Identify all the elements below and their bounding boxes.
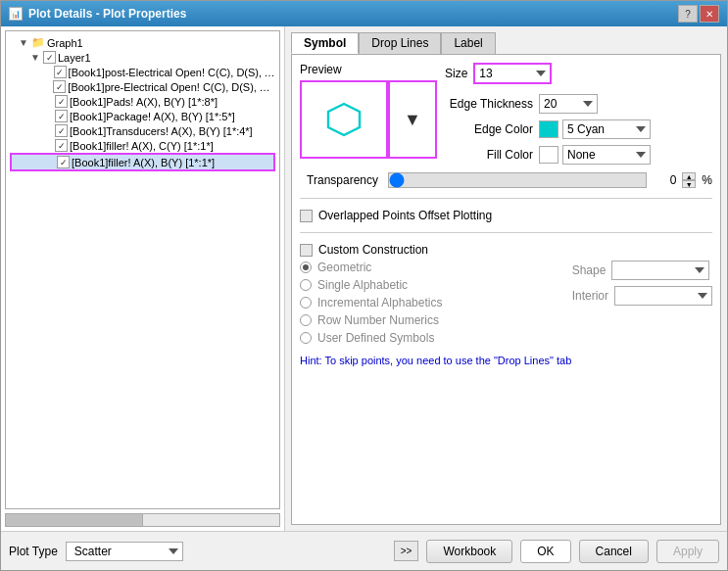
- preview-label: Preview: [300, 63, 437, 76]
- plot-type-select[interactable]: Scatter: [66, 542, 183, 561]
- edge-color-label: Edge Color: [445, 122, 533, 136]
- ok-button[interactable]: OK: [520, 540, 570, 563]
- fill-color-swatch: [539, 146, 558, 164]
- list-item[interactable]: [Book1]post-Electrical Open! C(C), D(S),…: [10, 65, 275, 79]
- close-button[interactable]: ✕: [700, 5, 719, 23]
- transparency-spinner[interactable]: ▲ ▼: [682, 172, 696, 188]
- radio-single-alpha[interactable]: Single Alphabetic: [300, 278, 442, 292]
- tree-area[interactable]: ▼ 📁 Graph1 ▼ Layer1 [Book1]post-Electric…: [5, 30, 280, 509]
- separator: [300, 198, 712, 199]
- shape-label: Shape: [572, 263, 607, 277]
- custom-construction-checkbox[interactable]: [300, 244, 313, 257]
- overlap-label: Overlapped Points Offset Plotting: [318, 209, 492, 222]
- item-label: [Book1]Pads! A(X), B(Y) [1*:8*]: [70, 96, 218, 108]
- title-bar: 📊 Plot Details - Plot Properties ? ✕: [1, 1, 727, 26]
- item-checkbox[interactable]: [55, 110, 68, 122]
- user-defined-label: User Defined Symbols: [317, 331, 434, 345]
- list-item[interactable]: [Book1]Package! A(X), B(Y) [1*:5*]: [10, 109, 275, 123]
- construction-section: Custom Construction Geometric Single Alp: [300, 243, 712, 345]
- construction-header: Custom Construction: [300, 243, 712, 257]
- main-content: ▼ 📁 Graph1 ▼ Layer1 [Book1]post-Electric…: [1, 26, 727, 531]
- left-panel: ▼ 📁 Graph1 ▼ Layer1 [Book1]post-Electric…: [1, 26, 285, 531]
- window-bottom: Plot Type Scatter >> Workbook OK Cancel …: [1, 531, 727, 570]
- right-controls: Size 13 Edge Thickness 20: [445, 63, 712, 165]
- transparency-slider[interactable]: [388, 172, 647, 188]
- fill-color-select[interactable]: None: [562, 145, 651, 165]
- shape-select[interactable]: [611, 261, 709, 280]
- transparency-value: 0: [656, 173, 676, 187]
- hex-preview: [324, 100, 364, 139]
- size-row: Size 13: [445, 63, 712, 84]
- interior-row: Interior: [572, 286, 712, 306]
- tab-symbol[interactable]: Symbol: [291, 32, 359, 54]
- tree-layer[interactable]: ▼ Layer1: [10, 50, 275, 65]
- window-icon: 📊: [9, 7, 23, 21]
- item-checkbox[interactable]: [55, 139, 68, 152]
- symbol-selector[interactable]: ▼: [388, 80, 437, 159]
- shape-row: Shape: [572, 261, 712, 280]
- incremental-alpha-radio[interactable]: [300, 297, 312, 309]
- size-label: Size: [445, 67, 467, 80]
- spin-up-button[interactable]: ▲: [682, 172, 696, 180]
- hint-text: Hint: To skip points, you need to use th…: [300, 355, 712, 366]
- folder-icon: 📁: [31, 36, 45, 49]
- right-panel: Symbol Drop Lines Label Preview: [285, 26, 727, 531]
- item-label: [Book1]Package! A(X), B(Y) [1*:5*]: [70, 111, 235, 122]
- item-label: [Book1]filler! A(X), B(Y) [1*:1*]: [72, 157, 215, 168]
- window-title: Plot Details - Plot Properties: [28, 7, 186, 21]
- spin-down-button[interactable]: ▼: [682, 180, 696, 188]
- tab-content-symbol: Preview ▼: [291, 54, 721, 525]
- edge-color-select[interactable]: 5 Cyan: [562, 119, 651, 139]
- item-label: [Book1]filler! A(X), C(Y) [1*:1*]: [70, 140, 214, 152]
- radio-incremental-alpha[interactable]: Incremental Alphabetics: [300, 296, 442, 309]
- user-defined-radio[interactable]: [300, 332, 312, 344]
- scrollbar-thumb[interactable]: [6, 514, 143, 526]
- radio-geometric[interactable]: Geometric: [300, 261, 442, 274]
- geometric-radio[interactable]: [300, 262, 312, 273]
- transparency-label: Transparency: [300, 173, 378, 187]
- radio-user-defined[interactable]: User Defined Symbols: [300, 331, 442, 345]
- separator2: [300, 232, 712, 233]
- row-number-radio[interactable]: [300, 314, 312, 326]
- tree-root[interactable]: ▼ 📁 Graph1: [10, 35, 275, 50]
- list-item[interactable]: [Book1]Transducers! A(X), B(Y) [1*:4*]: [10, 123, 275, 138]
- tab-bar: Symbol Drop Lines Label: [291, 32, 721, 54]
- list-item[interactable]: [Book1]Pads! A(X), B(Y) [1*:8*]: [10, 94, 275, 109]
- item-checkbox[interactable]: [53, 80, 66, 93]
- horizontal-scrollbar[interactable]: [5, 513, 280, 527]
- item-checkbox[interactable]: [57, 156, 70, 168]
- tab-label[interactable]: Label: [441, 32, 495, 54]
- arrows-button[interactable]: >>: [394, 541, 419, 561]
- apply-button[interactable]: Apply: [656, 540, 719, 563]
- list-item[interactable]: [Book1]pre-Electrical Open! C(C), D(S), …: [10, 79, 275, 94]
- list-item-selected[interactable]: [Book1]filler! A(X), B(Y) [1*:1*]: [10, 153, 275, 171]
- svg-marker-0: [328, 104, 360, 135]
- size-select[interactable]: 13: [473, 63, 552, 84]
- layer-checkbox[interactable]: [43, 51, 56, 64]
- shape-interior-controls: Shape Interior: [572, 261, 712, 306]
- layer-label: Layer1: [58, 52, 91, 64]
- item-checkbox[interactable]: [55, 95, 68, 108]
- list-item[interactable]: [Book1]filler! A(X), C(Y) [1*:1*]: [10, 138, 275, 153]
- single-alpha-radio[interactable]: [300, 279, 312, 291]
- preview-section: Preview ▼: [300, 63, 437, 159]
- edge-color-swatch: [539, 120, 558, 138]
- plot-type-label: Plot Type: [9, 545, 58, 558]
- single-alpha-label: Single Alphabetic: [317, 278, 408, 292]
- interior-label: Interior: [572, 289, 608, 303]
- top-section: Preview ▼: [300, 63, 712, 165]
- radio-row-number[interactable]: Row Number Numerics: [300, 313, 442, 327]
- workbook-button[interactable]: Workbook: [426, 540, 512, 563]
- item-checkbox[interactable]: [54, 66, 67, 78]
- transparency-row: Transparency 0 ▲ ▼ %: [300, 172, 712, 188]
- item-checkbox[interactable]: [55, 124, 68, 137]
- expand-icon: ▼: [18, 37, 29, 48]
- preview-box: [300, 80, 388, 159]
- custom-construction-label: Custom Construction: [318, 243, 428, 257]
- edge-thickness-select[interactable]: 20: [539, 94, 598, 114]
- help-button[interactable]: ?: [678, 5, 698, 23]
- cancel-button[interactable]: Cancel: [579, 540, 649, 563]
- overlap-checkbox[interactable]: [300, 210, 313, 222]
- interior-select[interactable]: [614, 286, 712, 306]
- tab-drop-lines[interactable]: Drop Lines: [359, 32, 441, 54]
